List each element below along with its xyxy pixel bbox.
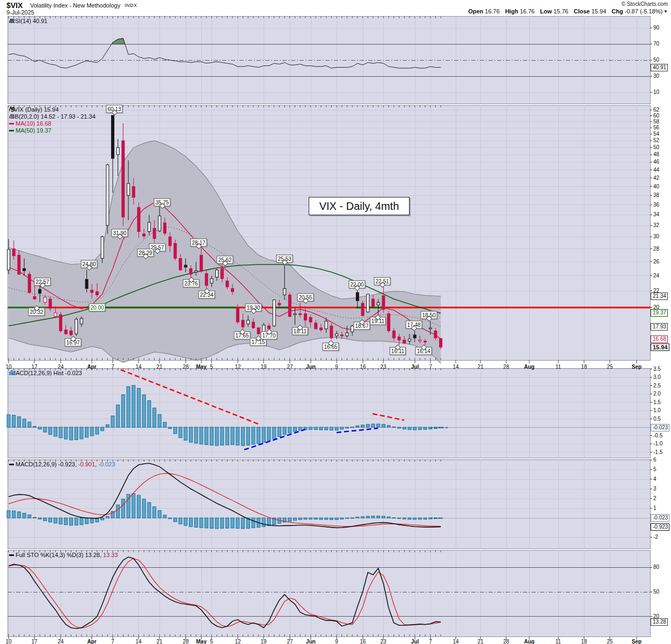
price-label: 17.65 — [234, 332, 250, 340]
hist-axis-label: -0.5 — [653, 433, 662, 438]
price-axis-label: 36 — [653, 202, 659, 208]
x-axis-label: 19 — [260, 639, 266, 644]
price-axis-label: 56 — [653, 125, 659, 130]
x-axis-label: 12 — [235, 639, 240, 644]
x-axis-label: 16 — [360, 639, 366, 644]
price-label: 20.55 — [297, 294, 313, 302]
price-label: 31.90 — [111, 229, 128, 237]
price-axis-label: 38 — [653, 192, 659, 198]
price-axis-label: 24 — [653, 273, 659, 279]
chart-canvas — [0, 0, 671, 644]
x-axis-label: Aug — [524, 364, 534, 370]
price-label: 28.17 — [190, 239, 207, 247]
price-axis-label: 40 — [653, 184, 659, 189]
x-axis-label: 7 — [429, 639, 432, 644]
rsi-legend: RSI(14) 40.91 — [9, 18, 47, 25]
price-label: 19.30 — [245, 304, 261, 312]
x-axis-label: 24 — [57, 639, 63, 644]
price-label: 20.00 — [89, 304, 105, 312]
price-axis-label: 58 — [653, 119, 659, 125]
axis-callout: 40.91 — [651, 64, 668, 71]
price-label: 16.97 — [64, 339, 81, 347]
x-axis-label: 23 — [380, 639, 386, 644]
rsi-axis-label: 50 — [653, 57, 659, 63]
hist-axis-label: 1.5 — [653, 399, 661, 405]
price-label: 18.67 — [353, 322, 370, 330]
price-legend-main: $VIX (Daily) 15.94 — [9, 106, 59, 113]
macd-axis-label: 4 — [653, 476, 657, 482]
price-label: 16.65 — [322, 343, 339, 351]
x-axis-label: 16 — [360, 364, 366, 370]
macd-axis-label: 6 — [653, 457, 657, 463]
x-axis-label: 7 — [429, 364, 432, 370]
axis-callout: -0.923 — [651, 523, 669, 531]
hist-axis-label: 2.5 — [653, 383, 661, 389]
x-axis-label: 24 — [57, 364, 63, 370]
x-axis-label: 25 — [607, 639, 612, 644]
axis-callout: -0.023 — [651, 514, 669, 522]
x-axis-label: 14 — [135, 364, 141, 370]
price-axis-label: 44 — [653, 167, 659, 173]
x-axis-label: 27 — [287, 639, 293, 644]
x-axis-label: Sep — [632, 639, 641, 644]
x-axis-label: 23 — [380, 364, 386, 370]
hist-axis-label: 3.5 — [653, 366, 661, 372]
x-axis-label: May — [196, 364, 206, 370]
price-legend-ma10: MA(10) 16.68 — [9, 120, 52, 127]
price-legend-bb: BB(20,2.0) 14.52 - 17.93 - 21.34 — [9, 113, 96, 120]
x-axis-label: 21 — [156, 639, 162, 644]
price-label: 23.76 — [183, 280, 199, 288]
rsi-axis-label: 10 — [653, 89, 659, 95]
x-axis-label: 28 — [503, 364, 509, 370]
price-label: 20.32 — [28, 308, 45, 316]
price-axis-label: 32 — [653, 222, 659, 228]
x-axis-label: 28 — [503, 639, 509, 644]
price-legend-ma50: MA(50) 19.37 — [9, 127, 52, 134]
x-axis-label: 14 — [135, 639, 141, 644]
price-axis-label: 60 — [653, 113, 659, 119]
price-axis-label: 34 — [653, 211, 659, 217]
rsi-axis-label: 30 — [653, 73, 659, 79]
x-axis-label: May — [196, 639, 206, 644]
x-axis-label: 17 — [31, 364, 37, 370]
x-axis-label: 11 — [556, 639, 561, 644]
price-axis-label: 28 — [653, 246, 659, 252]
macd-legend: MACD(12,26,9) -0.923, -0.901, -0.023 — [9, 461, 115, 468]
x-axis-label: 17 — [31, 639, 37, 644]
price-label: 60.13 — [106, 105, 122, 113]
x-axis-label: 11 — [556, 364, 561, 370]
price-label: 22.51 — [374, 277, 390, 286]
x-axis-label: 21 — [156, 364, 162, 370]
price-label: 16.11 — [390, 347, 406, 355]
hist-axis-label: 0.5 — [653, 416, 661, 422]
macd-hist-legend: MACD(12,26,9) Hist -0.023 — [9, 370, 82, 377]
price-axis-label: 30 — [653, 233, 659, 239]
x-axis-label: 25 — [607, 364, 612, 370]
axis-callout: 17.93 — [651, 323, 668, 331]
axis-callout: 15.94 — [651, 343, 669, 351]
x-axis-label: 7 — [111, 639, 114, 644]
price-label: 18.50 — [420, 311, 437, 319]
price-axis-label: 46 — [653, 159, 659, 165]
x-axis-label: Apr — [87, 364, 96, 370]
x-axis-label: 18 — [581, 639, 587, 644]
price-label: 22.00 — [348, 281, 365, 289]
sto-legend: Full STO %K(14,3) %D(3) 13.28, 13.33 — [9, 552, 118, 559]
hist-axis-label: -1.5 — [653, 449, 662, 455]
ma50-line-icon — [9, 130, 14, 131]
price-label: 19.11 — [370, 317, 386, 325]
price-axis-label: 42 — [653, 175, 659, 181]
hist-axis-label: 1.0 — [653, 407, 661, 413]
x-axis-label: 9 — [335, 639, 338, 644]
price-label: 22.34 — [198, 291, 215, 299]
x-axis-label: 5 — [210, 639, 213, 644]
x-axis-label: 14 — [453, 364, 458, 370]
price-axis-label: 62 — [653, 107, 659, 113]
x-axis-label: 10 — [5, 639, 11, 644]
hist-axis-label: -1.0 — [653, 441, 662, 447]
macd-axis-label: 3 — [653, 486, 657, 492]
price-axis-label: 52 — [653, 137, 659, 143]
rsi-axis-label: 70 — [653, 41, 659, 47]
x-axis-label: 7 — [111, 364, 114, 370]
sto-line-icon — [9, 554, 14, 556]
